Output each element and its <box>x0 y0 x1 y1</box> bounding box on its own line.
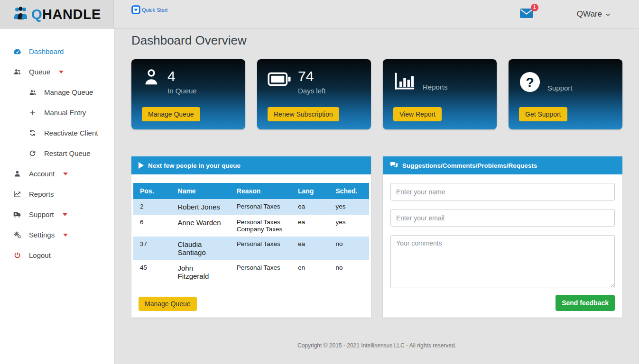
queue-panel-title: Next few people in your queue <box>148 162 241 169</box>
sidebar-item-label: Logout <box>29 251 51 259</box>
table-row: 6 Anne Warden Personal Taxes Company Tax… <box>133 215 369 237</box>
cell-sched: yes <box>329 199 370 215</box>
table-row: 2 Robert Jones Personal Taxes ea yes <box>133 199 369 215</box>
cell-reason: Personal Taxes <box>230 237 291 260</box>
app-logo[interactable]: QHANDLE <box>0 0 114 28</box>
sidebar-item-logout[interactable]: Logout <box>0 245 114 265</box>
cell-name: Claudia Santiago <box>171 237 230 260</box>
card-in-queue: 4 In Queue Manage Queue <box>131 59 245 129</box>
col-lang: Lang <box>291 183 329 199</box>
manage-queue-panel-button[interactable]: Manage Queue <box>139 297 197 311</box>
sidebar-item-settings[interactable]: Settings <box>0 225 114 245</box>
brand-text: QHANDLE <box>31 7 101 22</box>
feedback-panel-header: Suggestions/Comments/Problems/Requests <box>383 156 622 174</box>
sidebar-item-manage-queue[interactable]: Manage Queue <box>0 82 114 102</box>
support-card-label: Support <box>547 84 573 92</box>
sidebar-item-support[interactable]: Support <box>0 204 114 225</box>
cell-pos: 2 <box>133 199 171 215</box>
comments-textarea[interactable] <box>390 235 615 288</box>
gears-icon <box>13 231 21 239</box>
in-queue-count: 4 <box>167 69 197 83</box>
tachometer-icon <box>13 47 21 55</box>
sidebar-item-reports[interactable]: Reports <box>0 184 114 204</box>
person-icon <box>142 67 161 95</box>
stat-cards: 4 In Queue Manage Queue 74 Days left <box>131 59 622 129</box>
sidebar-item-label: Queue <box>29 68 50 76</box>
sidebar-item-queue[interactable]: Queue <box>0 62 114 82</box>
chart-line-icon <box>13 190 21 198</box>
cell-lang: ea <box>291 215 329 237</box>
days-left-count: 74 <box>298 69 325 83</box>
queue-table: Pos. Name Reason Lang Sched. 2 Robert Jo… <box>133 183 369 284</box>
user-icon <box>13 170 21 177</box>
chevron-down-icon <box>605 9 611 19</box>
feedback-panel-title: Suggestions/Comments/Problems/Requests <box>402 162 537 169</box>
col-name: Name <box>171 183 230 199</box>
svg-text:?: ? <box>526 75 534 90</box>
cell-lang: ea <box>291 199 329 215</box>
sidebar-item-label: Dashboard <box>29 47 64 55</box>
get-support-button[interactable]: Get Support <box>519 107 567 121</box>
quick-start-button[interactable]: Quick Start <box>131 5 167 16</box>
users-icon <box>28 89 37 96</box>
cell-name: Anne Warden <box>171 215 230 237</box>
queue-panel-header: Next few people in your queue <box>131 156 371 174</box>
footer-copyright: Copyright © 2015 - 2021 Intellisensus LL… <box>131 342 622 349</box>
mail-button[interactable]: 1 <box>519 7 534 21</box>
recycle-icon <box>28 129 37 136</box>
sidebar-item-restart-queue[interactable]: Restart Queue <box>0 143 114 164</box>
cell-reason: Personal Taxes <box>230 260 291 284</box>
topbar: QHANDLE Quick Start 1 <box>0 0 639 28</box>
queue-table-header-row: Pos. Name Reason Lang Sched. <box>133 183 369 199</box>
cell-reason: Personal Taxes Company Taxes <box>230 215 291 237</box>
refresh-icon <box>28 150 37 157</box>
main-content: Dashboard Overview 4 In Queue Manage Que… <box>114 29 639 364</box>
bar-chart-icon <box>393 71 416 94</box>
cell-pos: 45 <box>133 260 171 284</box>
card-days-left: 74 Days left Renew Subscription <box>257 59 371 129</box>
view-report-button[interactable]: View Report <box>393 107 442 121</box>
send-feedback-button[interactable]: Send feedback <box>556 295 615 311</box>
notification-badge: 1 <box>531 4 538 11</box>
sidebar-item-account[interactable]: Account <box>0 164 114 184</box>
col-sched: Sched. <box>329 183 370 199</box>
sidebar-item-dashboard[interactable]: Dashboard <box>0 41 114 62</box>
user-menu[interactable]: QWare <box>577 9 611 19</box>
sidebar-item-label: Reports <box>29 190 54 198</box>
people-logo-icon <box>12 5 28 23</box>
caret-down-icon <box>63 173 68 175</box>
queue-panel: Next few people in your queue Pos. Name … <box>131 156 371 318</box>
sidebar-item-label: Reactivate Client <box>44 129 98 137</box>
table-row: 37 Claudia Santiago Personal Taxes ea no <box>133 237 369 260</box>
card-support: ? Support Get Support <box>509 59 622 129</box>
col-reason: Reason <box>230 183 291 199</box>
users-icon <box>13 68 21 76</box>
cell-reason: Personal Taxes <box>230 199 291 215</box>
cell-name: John Fitzgerald <box>171 260 230 284</box>
sidebar-item-label: Restart Queue <box>44 149 91 157</box>
cell-sched: yes <box>329 215 370 237</box>
sidebar-item-label: Account <box>29 170 55 178</box>
manage-queue-card-button[interactable]: Manage Queue <box>142 107 200 121</box>
caret-square-down-icon <box>131 5 140 16</box>
renew-subscription-button[interactable]: Renew Subscription <box>268 107 339 121</box>
quick-start-label: Quick Start <box>142 7 167 13</box>
email-input[interactable] <box>390 209 615 227</box>
name-input[interactable] <box>390 183 615 200</box>
reports-card-label: Reports <box>423 83 448 91</box>
user-menu-label: QWare <box>577 9 602 19</box>
sidebar: Dashboard Queue Manage Queue Manual Entr… <box>0 29 114 364</box>
sidebar-item-label: Settings <box>29 231 55 239</box>
power-off-icon <box>13 252 21 259</box>
cell-lang: ea <box>291 237 329 260</box>
days-left-label: Days left <box>298 87 325 95</box>
comments-icon <box>390 162 398 170</box>
cell-lang: en <box>291 260 329 284</box>
card-reports: Reports View Report <box>383 59 497 129</box>
sidebar-item-reactivate-client[interactable]: Reactivate Client <box>0 123 114 143</box>
cell-pos: 37 <box>133 237 171 260</box>
sidebar-item-manual-entry[interactable]: Manual Entry <box>0 102 114 123</box>
sidebar-item-label: Manage Queue <box>44 88 93 96</box>
envelope-icon <box>519 13 534 21</box>
feedback-panel: Suggestions/Comments/Problems/Requests S… <box>383 156 622 318</box>
